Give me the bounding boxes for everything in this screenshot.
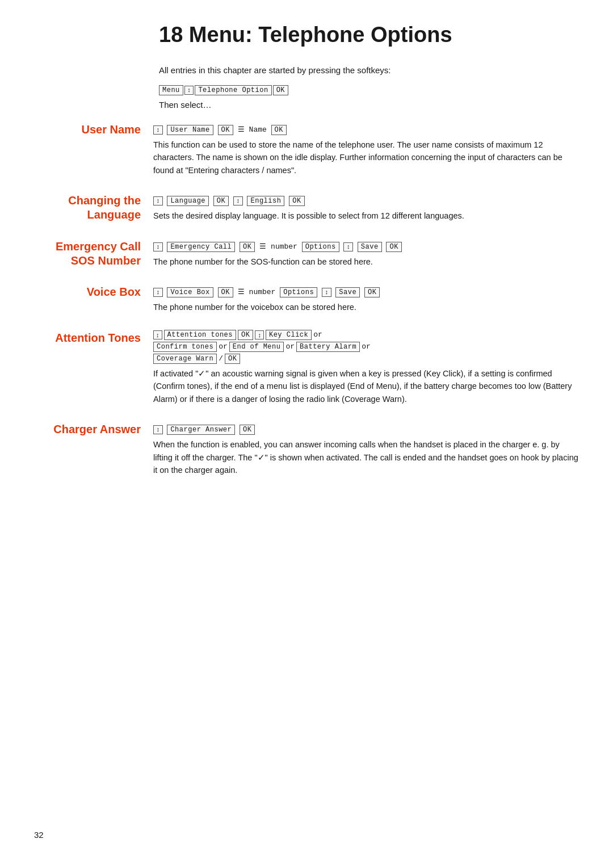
section-label-user-name: User Name [34,121,153,137]
lcd-voicebox: ↕ Voice Box OK ☰ number Options ↕ Save O… [153,287,579,297]
lcd-battery-box: Battery Alarm [296,342,360,352]
nav-icon-4: ↕ [153,288,163,297]
desc-user-name: This function can be used to store the n… [153,139,579,177]
lcd-or-3: or [285,342,295,351]
lcd-user-name-box: User Name [167,125,213,135]
section-label-attention: Attention Tones [34,330,153,345]
section-attention-tones: Attention Tones ↕ Attention tones OK ↕ K… [34,330,579,405]
lcd-ok-6: OK [240,425,255,435]
section-label-emergency: Emergency Call SOS Number [34,238,153,268]
lcd-attention-box: Attention tones [164,330,237,340]
nav-icon-3b: ↕ [343,242,353,251]
lcd-voicebox-box: Voice Box [167,287,213,297]
intro-line2: Then select… [159,99,579,112]
lcd-ok-name: OK [271,125,287,135]
page-title: 18 Menu: Telephone Options [34,23,579,47]
lcd-ok-5c: OK [225,354,240,364]
lcd-list-icon-4: ☰ [238,288,245,296]
lcd-attention-line1: ↕ Attention tones OK ↕ Key Click or [153,330,579,340]
lcd-number-3: number [271,242,302,251]
lcd-ok-2: OK [213,196,229,206]
lcd-language: ↕ Language OK ↕ English OK [153,196,579,206]
section-voice-box: Voice Box ↕ Voice Box OK ☰ number Option… [34,284,579,313]
lcd-charger: ↕ Charger Answer OK [153,425,579,435]
lcd-number-4: number [249,288,280,296]
lcd-or-4: or [362,342,371,351]
desc-emergency: The phone number for the SOS-function ca… [153,255,579,268]
lcd-save-4: Save [335,287,360,297]
lcd-telephone-option: Telephone Option [195,85,271,95]
lcd-ok-1: OK [218,125,233,135]
lcd-endmenu-box: End of Menu [229,342,284,352]
lcd-nav-icon: ↕ [184,86,194,95]
desc-charger: When the function is enabled, you can an… [153,438,579,476]
lcd-user-name: ↕ User Name OK ☰ Name OK [153,125,579,135]
lcd-options-4: Options [280,287,317,297]
section-user-name: User Name ↕ User Name OK ☰ Name OK This … [34,121,579,177]
lcd-keyclick-box: Key Click [266,330,312,340]
desc-language: Sets the desired display language. It is… [153,209,579,222]
lcd-language-box: Language [167,196,209,206]
intro-block: All entries in this chapter are started … [34,64,579,111]
section-charger-answer: Charger Answer ↕ Charger Answer OK When … [34,421,579,476]
lcd-name-text: Name [249,125,271,134]
lcd-emergency: ↕ Emergency Call OK ☰ number Options ↕ S… [153,242,579,252]
lcd-english-box: English [247,196,284,206]
lcd-options-3: Options [302,242,339,252]
nav-icon-1: ↕ [153,125,163,135]
lcd-charger-box: Charger Answer [167,425,235,435]
lcd-list-icon-1: ☰ [238,125,245,134]
lcd-emergency-box: Emergency Call [167,242,235,252]
lcd-ok-4: OK [218,287,233,297]
desc-attention: If activated "✓" an acoustic warning sig… [153,367,579,405]
section-emergency-call: Emergency Call SOS Number ↕ Emergency Ca… [34,238,579,268]
section-changing-language: Changing the Language ↕ Language OK ↕ En… [34,192,579,222]
nav-icon-4b: ↕ [322,288,331,297]
lcd-ok-4b: OK [364,287,380,297]
intro-line1: All entries in this chapter are started … [159,64,579,77]
section-content-charger: ↕ Charger Answer OK When the function is… [153,421,579,476]
desc-voicebox: The phone number for the voicebox can be… [153,301,579,313]
nav-icon-5b: ↕ [255,330,264,339]
lcd-save-3: Save [358,242,382,252]
section-label-language: Changing the Language [34,192,153,222]
nav-icon-5: ↕ [153,330,162,339]
lcd-ok-header: OK [273,85,288,95]
page-number: 32 [34,830,44,840]
nav-icon-6: ↕ [153,425,163,434]
lcd-or-2: or [219,342,228,351]
section-content-user-name: ↕ User Name OK ☰ Name OK This function c… [153,121,579,177]
lcd-coverage-box: Coverage Warn [153,354,217,364]
lcd-attention-line2: Confirm tones or End of Menu or Battery … [153,342,579,352]
lcd-ok-2b: OK [289,196,304,206]
nav-icon-3: ↕ [153,242,163,251]
section-label-voicebox: Voice Box [34,284,153,299]
nav-icon-2b: ↕ [233,196,243,206]
lcd-list-icon-3: ☰ [259,242,266,251]
lcd-ok-3: OK [240,242,255,252]
section-content-voicebox: ↕ Voice Box OK ☰ number Options ↕ Save O… [153,284,579,313]
lcd-attention-line3: Coverage Warn / OK [153,354,579,364]
lcd-ok-5: OK [238,330,253,340]
lcd-or-1: or [313,330,322,339]
section-label-charger: Charger Answer [34,421,153,437]
lcd-ok-3b: OK [386,242,401,252]
lcd-slash: / [219,354,223,363]
section-content-language: ↕ Language OK ↕ English OK Sets the desi… [153,192,579,222]
lcd-menu-label: Menu [159,85,183,95]
section-content-attention: ↕ Attention tones OK ↕ Key Click or Conf… [153,330,579,405]
section-content-emergency: ↕ Emergency Call OK ☰ number Options ↕ S… [153,238,579,268]
header-lcd: Menu ↕ Telephone Option OK [159,85,288,95]
nav-icon-2: ↕ [153,196,163,206]
lcd-confirm-box: Confirm tones [153,342,217,352]
